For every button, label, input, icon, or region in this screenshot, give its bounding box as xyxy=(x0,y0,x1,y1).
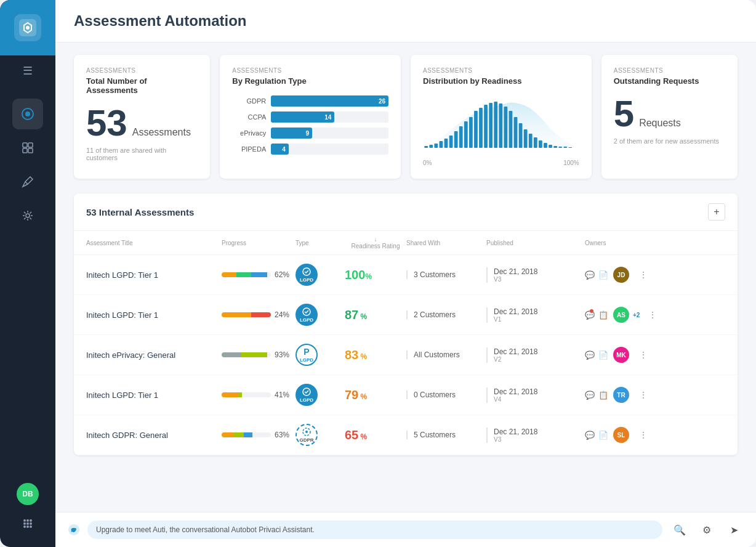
row-1-chat-icon[interactable]: 💬 xyxy=(585,268,595,282)
svg-rect-19 xyxy=(429,145,433,148)
dist-x-max: 100% xyxy=(563,160,579,166)
bar-row-gdpr: GDPR 26 xyxy=(232,95,388,107)
col-published: Published xyxy=(486,240,585,246)
svg-rect-42 xyxy=(544,143,547,148)
row-2-shared: 2 Customers xyxy=(406,310,486,319)
row-1-more-button[interactable]: ⋮ xyxy=(639,269,648,281)
bar-label-pipeda: PIPEDA xyxy=(232,145,266,153)
sidebar-item-privacy[interactable] xyxy=(12,99,43,129)
bar-label-eprivacy: ePrivacy xyxy=(232,129,266,137)
row-5-doc-icon[interactable]: 📄 xyxy=(598,428,608,442)
svg-rect-36 xyxy=(514,117,518,148)
main-content: Assessment Automation Assessments Total … xyxy=(55,0,756,547)
col-title: Assessment Title xyxy=(86,240,222,246)
row-4-chat-icon[interactable]: 💬 xyxy=(585,388,595,402)
stats-row: Assessments Total Number of Assessments … xyxy=(74,55,738,179)
row-5-owners: SL xyxy=(612,426,630,444)
svg-rect-44 xyxy=(553,146,557,148)
row-2-pub-date: Dec 21, 2018 xyxy=(494,307,585,316)
row-1-shared: 3 Customers xyxy=(406,270,486,279)
svg-rect-46 xyxy=(563,147,567,148)
row-2-doc-icon[interactable]: 📋 xyxy=(598,308,608,322)
row-2-readiness: 87 % xyxy=(345,308,406,322)
row-4-more-button[interactable]: ⋮ xyxy=(639,389,648,401)
dist-x-labels: 0% 100% xyxy=(423,160,579,166)
row-5-type: GDPR xyxy=(296,424,318,446)
total-card-title: Total Number of Assessments xyxy=(86,76,198,95)
row-5-progress-bar xyxy=(222,432,271,437)
row-4-doc-icon[interactable]: 📋 xyxy=(598,388,608,402)
svg-point-11 xyxy=(30,519,32,522)
export-button[interactable]: ➤ xyxy=(724,520,744,540)
row-3-shared: All Customers xyxy=(406,350,486,359)
sidebar-item-settings[interactable] xyxy=(12,200,43,231)
svg-rect-33 xyxy=(499,103,502,148)
row-1-doc-icon[interactable]: 📄 xyxy=(598,268,608,282)
row-5-progress-fill xyxy=(222,432,271,437)
row-3-readiness: 83 % xyxy=(345,348,406,362)
grid-icon[interactable] xyxy=(17,513,39,535)
row-2-published: Dec 21, 2018 V1 xyxy=(486,307,585,323)
bar-track-gdpr: 26 xyxy=(271,95,388,107)
sidebar-navigation xyxy=(12,86,43,483)
page-title: Assessment Automation xyxy=(74,12,738,30)
total-subtext: 11 of them are shared with customers xyxy=(86,147,198,161)
chat-bot-icon xyxy=(68,524,80,536)
row-2-type: LGPD xyxy=(296,304,318,326)
svg-rect-21 xyxy=(440,141,443,148)
row-4-readiness: 79 % xyxy=(345,388,406,402)
total-unit: Assessments xyxy=(132,127,191,138)
row-3-doc-icon[interactable]: 📄 xyxy=(598,348,608,362)
regulation-type-card: Assessments By Regulation Type GDPR 26 xyxy=(220,55,401,179)
svg-rect-4 xyxy=(23,143,27,147)
sidebar-item-tools[interactable] xyxy=(12,166,43,197)
row-3-version: V2 xyxy=(494,356,585,363)
row-3-progress-fill xyxy=(222,352,271,357)
svg-rect-35 xyxy=(509,111,513,148)
dist-section-label: Assessments xyxy=(423,67,579,74)
row-2-progress-bar xyxy=(222,312,271,317)
hamburger-menu-icon[interactable]: ☰ xyxy=(0,55,55,86)
row-3-progress-bar xyxy=(222,352,271,357)
user-avatar[interactable]: DB xyxy=(17,483,39,505)
regulation-bar-chart: GDPR 26 CCPA 14 xyxy=(232,95,388,155)
svg-point-10 xyxy=(26,519,29,522)
row-2-progress-pct: 24% xyxy=(275,310,289,319)
row-3-more-button[interactable]: ⋮ xyxy=(639,349,648,361)
row-5-title: Initech GDPR: General xyxy=(86,431,222,440)
total-number-display: 53 Assessments xyxy=(86,105,198,142)
row-1-actions: 💬 📄 JD ⋮ xyxy=(585,265,634,284)
logo[interactable] xyxy=(0,0,55,55)
content-area: Assessments Total Number of Assessments … xyxy=(55,43,756,512)
row-5-progress-pct: 63% xyxy=(275,431,289,439)
svg-point-3 xyxy=(25,111,30,116)
row-2-more-button[interactable]: ⋮ xyxy=(648,309,657,321)
row-5-version: V3 xyxy=(494,436,585,443)
svg-rect-37 xyxy=(519,123,523,148)
bar-value-ccpa: 14 xyxy=(324,114,331,121)
row-4-progress: 41% xyxy=(222,391,296,399)
row-3-chat-icon[interactable]: 💬 xyxy=(585,348,595,362)
sidebar-item-dashboard[interactable] xyxy=(12,132,43,163)
svg-rect-25 xyxy=(459,126,463,148)
row-3-pub-date: Dec 21, 2018 xyxy=(494,347,585,356)
search-button[interactable]: 🔍 xyxy=(670,520,690,540)
add-assessment-button[interactable]: + xyxy=(708,203,725,221)
bar-track-pipeda: 4 xyxy=(271,144,388,155)
row-2-chat-icon[interactable]: 💬 xyxy=(585,308,595,322)
svg-rect-27 xyxy=(469,117,473,148)
row-5-readiness: 65 % xyxy=(345,428,406,442)
row-5-chat-icon[interactable]: 💬 xyxy=(585,428,595,442)
bar-fill-ccpa: 14 xyxy=(271,111,334,123)
dist-card-title: Distribution by Readiness xyxy=(423,76,579,86)
svg-rect-47 xyxy=(568,147,572,148)
outstanding-subtext: 2 of them are for new assessments xyxy=(614,137,725,145)
row-3-owners: MK xyxy=(612,346,630,364)
svg-rect-23 xyxy=(449,136,453,148)
row-3-published: Dec 21, 2018 V2 xyxy=(486,347,585,363)
filter-button[interactable]: ⚙ xyxy=(697,520,717,540)
row-5-more-button[interactable]: ⋮ xyxy=(639,429,648,441)
svg-rect-31 xyxy=(489,103,493,148)
row-4-progress-bar xyxy=(222,392,271,397)
row-5-progress: 63% xyxy=(222,431,296,439)
